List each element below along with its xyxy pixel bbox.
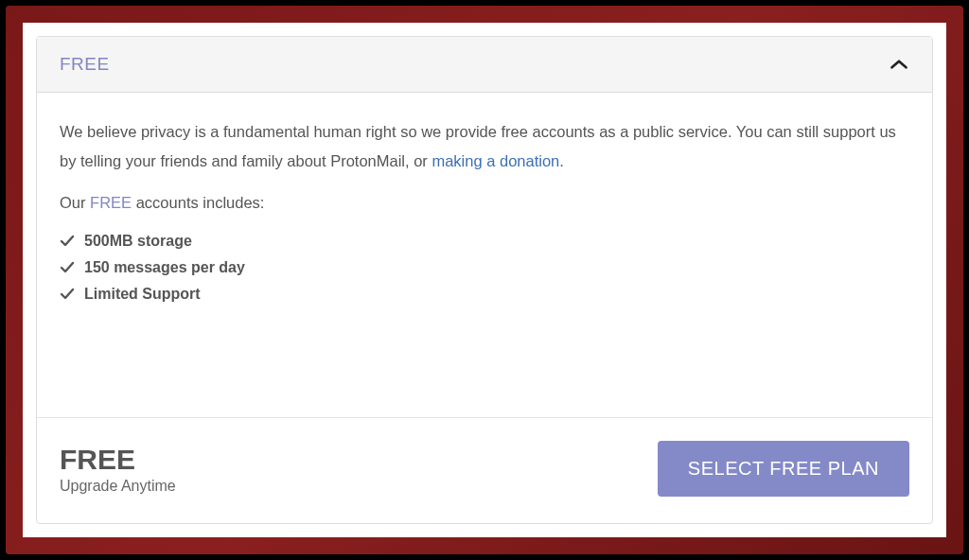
inner-container: FREE We believe privacy is a fundamental… bbox=[23, 23, 946, 537]
intro-text: We believe privacy is a fundamental huma… bbox=[60, 117, 909, 177]
feature-label: Limited Support bbox=[84, 286, 201, 303]
includes-free-word: FREE bbox=[90, 194, 132, 211]
footer-left: FREE Upgrade Anytime bbox=[60, 444, 176, 495]
includes-line: Our FREE accounts includes: bbox=[60, 194, 909, 212]
upgrade-text: Upgrade Anytime bbox=[60, 478, 176, 495]
check-icon bbox=[60, 260, 75, 275]
feature-label: 500MB storage bbox=[84, 233, 192, 250]
panel-footer: FREE Upgrade Anytime SELECT FREE PLAN bbox=[37, 417, 932, 523]
panel-header[interactable]: FREE bbox=[37, 37, 932, 93]
feature-item: Limited Support bbox=[60, 286, 909, 303]
includes-suffix: accounts includes: bbox=[132, 194, 264, 211]
feature-item: 500MB storage bbox=[60, 233, 909, 250]
intro-suffix: . bbox=[559, 152, 564, 169]
feature-item: 150 messages per day bbox=[60, 259, 909, 276]
plan-name: FREE bbox=[60, 444, 176, 476]
feature-list: 500MB storage 150 messages per day Limit… bbox=[60, 233, 909, 303]
check-icon bbox=[60, 287, 75, 302]
check-icon bbox=[60, 234, 75, 249]
select-plan-button[interactable]: SELECT FREE PLAN bbox=[658, 441, 909, 497]
feature-label: 150 messages per day bbox=[84, 259, 245, 276]
panel-body: We believe privacy is a fundamental huma… bbox=[37, 93, 932, 417]
plan-panel: FREE We believe privacy is a fundamental… bbox=[36, 36, 933, 524]
chevron-up-icon bbox=[889, 54, 909, 75]
donation-link[interactable]: making a donation bbox=[432, 152, 559, 169]
panel-title: FREE bbox=[60, 54, 110, 75]
outer-frame: FREE We believe privacy is a fundamental… bbox=[6, 6, 963, 554]
includes-prefix: Our bbox=[60, 194, 90, 211]
